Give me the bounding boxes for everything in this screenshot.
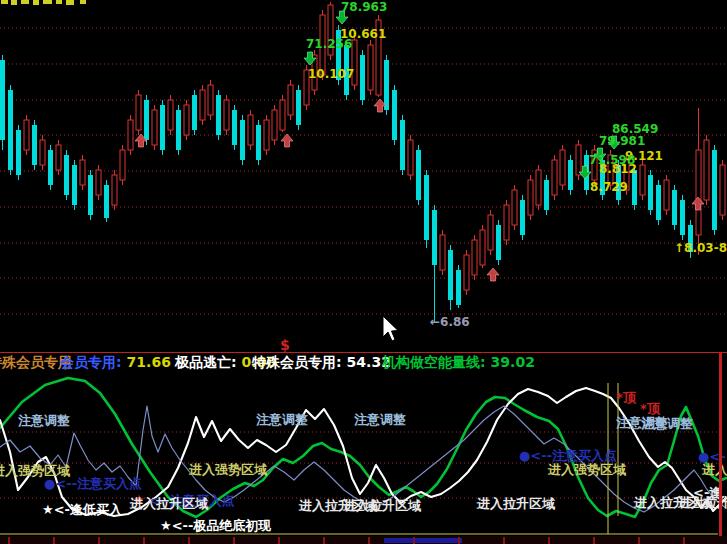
candle-up (96, 170, 101, 195)
candle-down (424, 175, 429, 240)
candle-down (232, 110, 237, 145)
indicator-item-huiyuan[interactable]: 会员专用:71.66 (60, 354, 171, 372)
axis-tick (683, 537, 685, 544)
axis-tick (98, 537, 100, 544)
candle-down (648, 175, 653, 210)
candle-down (48, 150, 53, 185)
candle-down (0, 60, 5, 140)
candle-up (184, 105, 189, 135)
buy-arrow-icon (692, 197, 704, 210)
candle-up (528, 180, 533, 215)
candle-up (264, 120, 269, 150)
axis-highlight-segment (384, 538, 462, 543)
candle-up (112, 175, 117, 205)
candle-down (392, 90, 397, 140)
indicator-label: 极品逃亡: (175, 354, 237, 370)
candle-up (440, 235, 445, 270)
candle-up (472, 240, 477, 275)
candle-down (616, 165, 621, 200)
candle-down (680, 200, 685, 235)
panel-divider-line (0, 352, 727, 353)
indicator-item-teshu-huiyuan[interactable]: 特殊会员专用:54.32 (252, 354, 391, 372)
candle-up (552, 160, 557, 195)
candle-up (136, 95, 141, 130)
candle-up (80, 160, 85, 185)
candle-up (504, 205, 509, 240)
axis-tick (278, 537, 280, 544)
axis-tick (8, 537, 10, 544)
buy-arrow-icon (487, 268, 499, 281)
candle-up (560, 150, 565, 185)
candle-up (120, 150, 125, 180)
candle-down (544, 180, 549, 210)
indicator-label: 会员专用: (60, 354, 122, 370)
axis-tick (323, 537, 325, 544)
candle-down (432, 210, 437, 265)
indicator-item-jigou-zuokong[interactable]: 机构做空能量线:39.02 (382, 354, 535, 372)
candle-down (8, 90, 13, 170)
candle-up (512, 190, 517, 225)
candle-up (368, 45, 373, 90)
candle-down (496, 225, 501, 260)
axis-tick (413, 537, 415, 544)
candle-up (280, 100, 285, 130)
candle-down (16, 130, 21, 175)
axis-tick (503, 537, 505, 544)
candle-up (536, 170, 541, 205)
indicator-value: 71.66 (127, 354, 171, 370)
candle-down (672, 190, 677, 225)
candle-down (568, 160, 573, 190)
candle-down (88, 175, 93, 215)
candle-down (520, 200, 525, 235)
candle-up (288, 85, 293, 115)
candle-down (360, 55, 365, 100)
candle-down (336, 30, 341, 80)
candle-up (56, 145, 61, 170)
candle-up (152, 110, 157, 145)
sell-arrow-icon (608, 136, 620, 149)
candle-up (640, 165, 645, 195)
candle-up (608, 155, 613, 185)
indicator-label: 机构做空能量线: (382, 354, 486, 370)
candle-down (256, 125, 261, 160)
indicator-line-会员专用 (0, 406, 726, 512)
candle-down (456, 270, 461, 305)
currency-symbol: $ (280, 337, 290, 353)
candle-down (144, 100, 149, 140)
candle-up (24, 120, 29, 150)
candle-down (384, 60, 389, 110)
candle-up (576, 145, 581, 175)
candle-up (272, 110, 277, 140)
candle-up (704, 140, 709, 200)
candle-up (376, 20, 381, 95)
candle-down (712, 150, 717, 230)
candle-up (224, 100, 229, 130)
candle-up (352, 40, 357, 85)
mouse-cursor (381, 315, 403, 343)
sell-arrow-icon (336, 11, 348, 24)
date-axis-bar[interactable] (0, 536, 727, 544)
candle-up (480, 230, 485, 265)
axis-tick (368, 537, 370, 544)
candlestick-and-indicator-chart[interactable] (0, 0, 727, 544)
axis-tick (143, 537, 145, 544)
axis-tick (188, 537, 190, 544)
candle-up (40, 140, 45, 165)
candle-down (32, 125, 37, 165)
candle-up (664, 180, 669, 210)
candle-up (624, 160, 629, 190)
axis-tick (458, 537, 460, 544)
candle-up (168, 100, 173, 130)
candle-up (200, 90, 205, 120)
candle-up (304, 70, 309, 105)
candle-down (344, 45, 349, 95)
candle-down (632, 170, 637, 205)
indicator-value: 39.02 (491, 354, 535, 370)
indicator-label: 特殊会员专用: (252, 354, 342, 370)
trading-app-window: $ 特殊会员专用 会员专用:71.66 极品逃亡:0.00 特殊会员专用:54.… (0, 0, 727, 544)
candle-down (160, 105, 165, 150)
candle-down (64, 155, 69, 195)
candle-up (208, 85, 213, 115)
axis-tick (638, 537, 640, 544)
candle-up (328, 5, 333, 55)
